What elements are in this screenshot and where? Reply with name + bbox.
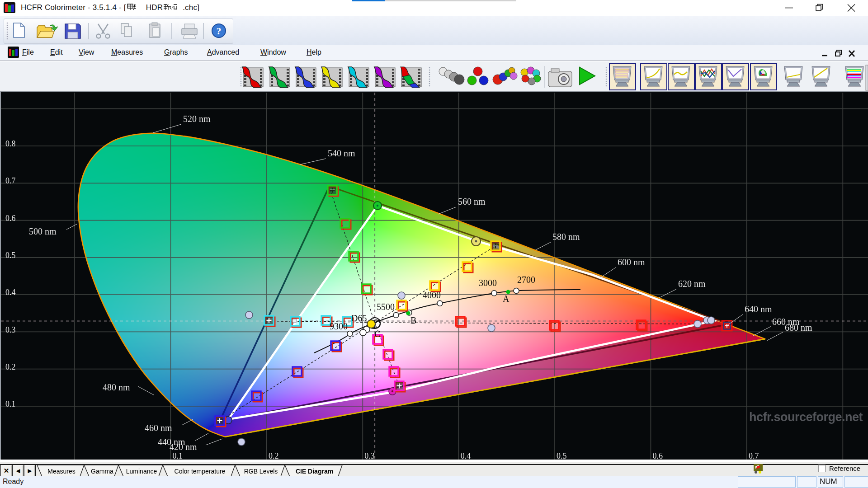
svg-text:0.8: 0.8 (5, 139, 16, 148)
svg-text:5500: 5500 (377, 302, 395, 312)
svg-text:C: C (374, 329, 380, 339)
svg-text:480 nm: 480 nm (103, 382, 130, 392)
svg-text:420 nm: 420 nm (170, 442, 197, 452)
svg-text:0.5: 0.5 (5, 251, 16, 260)
svg-text:0.6: 0.6 (653, 451, 663, 460)
svg-text:2700: 2700 (517, 275, 535, 285)
svg-text:RGB Levels: RGB Levels (244, 468, 278, 475)
svg-text:0.2: 0.2 (269, 451, 279, 460)
svg-text:600 nm: 600 nm (618, 257, 645, 267)
svg-text:hcfr.sourceforge.net: hcfr.sourceforge.net (749, 410, 863, 424)
svg-text:560 nm: 560 nm (458, 197, 486, 206)
svg-text:0.5: 0.5 (557, 451, 567, 460)
svg-text:Color temperature: Color temperature (175, 468, 226, 475)
svg-text:3000: 3000 (479, 278, 497, 288)
svg-text:0.1: 0.1 (173, 451, 183, 460)
svg-text:Measures: Measures (47, 468, 75, 475)
svg-text:500 nm: 500 nm (29, 226, 57, 236)
svg-text:680 nm: 680 nm (785, 323, 812, 333)
svg-text:0.4: 0.4 (461, 451, 471, 460)
svg-text:460 nm: 460 nm (145, 423, 172, 433)
svg-text:0.7: 0.7 (749, 451, 759, 460)
svg-text:0.7: 0.7 (5, 176, 16, 185)
svg-text:520 nm: 520 nm (183, 114, 211, 124)
svg-text:D65: D65 (351, 313, 367, 323)
svg-text:4000: 4000 (423, 290, 441, 300)
svg-text:0.3: 0.3 (364, 451, 375, 460)
svg-text:540 nm: 540 nm (328, 148, 355, 158)
svg-text:?: ? (217, 25, 222, 37)
svg-text:Gamma: Gamma (91, 468, 113, 475)
svg-text:0.1: 0.1 (5, 399, 16, 408)
svg-text:580 nm: 580 nm (552, 232, 580, 242)
svg-text:620 nm: 620 nm (678, 279, 706, 289)
svg-text:0.4: 0.4 (5, 288, 16, 297)
svg-text:CIE Diagram: CIE Diagram (296, 468, 333, 475)
svg-text:0.3: 0.3 (5, 325, 16, 334)
svg-text:Luminance: Luminance (126, 468, 157, 475)
svg-text:0.6: 0.6 (5, 214, 16, 223)
svg-text:640 nm: 640 nm (745, 304, 772, 314)
svg-text:9300: 9300 (330, 321, 348, 331)
svg-text:A: A (503, 294, 509, 304)
svg-text:0.2: 0.2 (5, 362, 16, 371)
svg-text:B: B (410, 315, 416, 325)
